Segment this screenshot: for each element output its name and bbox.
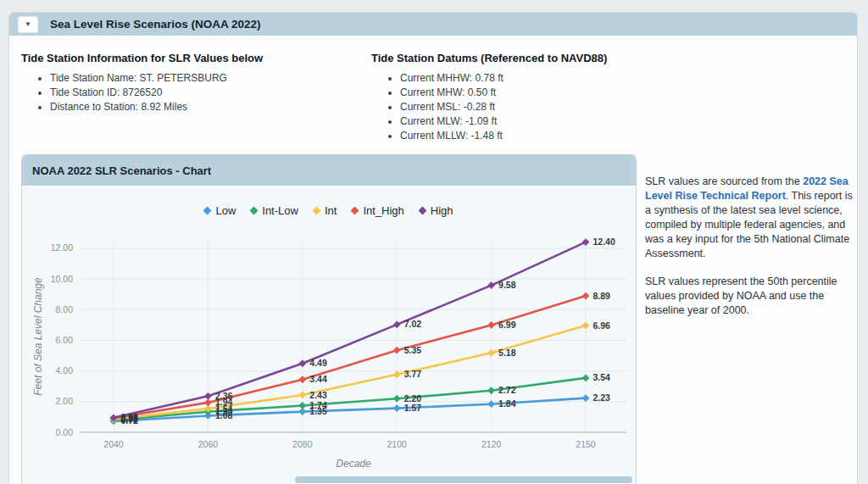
data-point-marker[interactable] xyxy=(487,281,495,289)
list-item: Current MSL: -0.28 ft xyxy=(400,102,845,113)
caret-down-icon: ▼ xyxy=(25,21,31,28)
collapse-button[interactable]: ▼ xyxy=(18,16,38,33)
tide-station-info-row: Tide Station Information for SLR Values … xyxy=(21,52,845,145)
svg-text:2120: 2120 xyxy=(481,439,502,449)
svg-text:8.00: 8.00 xyxy=(56,304,74,314)
data-point-marker[interactable] xyxy=(582,292,590,300)
svg-text:2.20: 2.20 xyxy=(404,393,422,403)
data-point-marker[interactable] xyxy=(393,321,401,329)
tide-station-info-list: Tide Station Name: ST. PETERSBURGTide St… xyxy=(21,73,371,113)
legend-label: Int xyxy=(325,204,337,217)
data-point-marker[interactable] xyxy=(582,238,590,246)
legend-label: Int_High xyxy=(363,204,403,217)
svg-text:2060: 2060 xyxy=(198,439,219,449)
data-point-marker[interactable] xyxy=(582,322,590,330)
legend-diamond-icon xyxy=(203,206,212,214)
svg-text:12.40: 12.40 xyxy=(593,236,615,247)
data-point-marker[interactable] xyxy=(487,349,495,357)
tide-station-datums-list: Current MHHW: 0.78 ftCurrent MHW: 0.50 f… xyxy=(371,73,845,142)
legend-item-int_high[interactable]: Int_High xyxy=(352,204,403,217)
svg-text:2.00: 2.00 xyxy=(56,396,74,406)
tide-station-info-heading: Tide Station Information for SLR Values … xyxy=(21,52,371,64)
data-point-marker[interactable] xyxy=(393,370,401,378)
chart-card-title: NOAA 2022 SLR Scenarios - Chart xyxy=(32,164,211,177)
svg-text:1.57: 1.57 xyxy=(404,403,422,413)
data-point-marker[interactable] xyxy=(582,375,590,382)
svg-text:10.00: 10.00 xyxy=(51,274,73,284)
svg-text:1.74: 1.74 xyxy=(309,400,327,410)
svg-text:4.00: 4.00 xyxy=(56,365,74,376)
svg-text:2150: 2150 xyxy=(576,439,596,449)
data-point-marker[interactable] xyxy=(487,321,495,329)
data-point-marker[interactable] xyxy=(582,394,590,402)
svg-text:2.23: 2.23 xyxy=(593,392,611,403)
svg-text:5.35: 5.35 xyxy=(404,345,422,355)
slr-scenarios-panel: ▼ Sea Level Rise Scenarios (NOAA 2022) T… xyxy=(8,12,858,484)
svg-text:Feet of Sea Level Change: Feet of Sea Level Change xyxy=(32,277,44,396)
tide-station-datums-section: Tide Station Datums (Referenced to NAVD8… xyxy=(371,52,845,145)
svg-text:2.43: 2.43 xyxy=(309,390,327,400)
legend-item-int-low[interactable]: Int-Low xyxy=(251,204,298,217)
data-point-marker[interactable] xyxy=(393,395,401,403)
svg-text:3.44: 3.44 xyxy=(309,374,327,384)
list-item: Current MHW: 0.50 ft xyxy=(400,87,845,98)
svg-text:2.72: 2.72 xyxy=(498,385,516,395)
list-item: Current MLW: -1.09 ft xyxy=(400,116,845,127)
legend-item-low[interactable]: Low xyxy=(204,204,236,217)
data-point-marker[interactable] xyxy=(204,392,212,400)
notes-paragraph-1: SLR values are sourced from the 2022 Sea… xyxy=(645,175,857,261)
svg-text:3.77: 3.77 xyxy=(404,369,422,379)
svg-text:1.84: 1.84 xyxy=(498,398,516,409)
page-background: ▼ Sea Level Rise Scenarios (NOAA 2022) T… xyxy=(0,0,868,484)
legend-label: Low xyxy=(215,204,236,217)
svg-text:6.96: 6.96 xyxy=(593,320,611,331)
slr-panel-header[interactable]: ▼ Sea Level Rise Scenarios (NOAA 2022) xyxy=(9,13,857,36)
legend-diamond-icon xyxy=(250,206,259,214)
list-item: Tide Station ID: 8726520 xyxy=(50,87,371,98)
legend-label: High xyxy=(431,204,453,217)
data-point-marker[interactable] xyxy=(393,347,401,354)
svg-text:3.54: 3.54 xyxy=(593,372,611,382)
tide-station-info-section: Tide Station Information for SLR Values … xyxy=(21,52,371,145)
legend-diamond-icon xyxy=(418,206,426,214)
svg-text:12.00: 12.00 xyxy=(51,242,73,253)
svg-text:6.00: 6.00 xyxy=(56,335,74,345)
svg-text:6.99: 6.99 xyxy=(498,320,516,330)
svg-text:4.49: 4.49 xyxy=(309,358,327,368)
data-point-marker[interactable] xyxy=(298,359,306,367)
chart-card-header: NOAA 2022 SLR Scenarios - Chart xyxy=(22,155,636,186)
svg-text:2100: 2100 xyxy=(387,439,408,449)
svg-text:7.02: 7.02 xyxy=(404,319,422,329)
legend-diamond-icon xyxy=(312,206,320,214)
panel-title: Sea Level Rise Scenarios (NOAA 2022) xyxy=(50,18,261,31)
legend-label: Int-Low xyxy=(262,204,298,217)
data-point-marker[interactable] xyxy=(298,392,306,399)
slr-notes: SLR values are sourced from the 2022 Sea… xyxy=(645,175,857,331)
list-item: Current MHHW: 0.78 ft xyxy=(400,73,845,84)
data-point-marker[interactable] xyxy=(393,404,401,412)
svg-text:0.00: 0.00 xyxy=(56,427,74,437)
tide-station-datums-heading: Tide Station Datums (Referenced to NAVD8… xyxy=(371,52,845,64)
horizontal-scrollbar-thumb[interactable] xyxy=(295,476,632,483)
list-item: Tide Station Name: ST. PETERSBURG xyxy=(50,73,371,84)
svg-text:8.89: 8.89 xyxy=(593,291,611,301)
svg-text:Decade: Decade xyxy=(336,458,371,470)
legend-item-high[interactable]: High xyxy=(420,204,453,217)
data-point-marker[interactable] xyxy=(298,402,306,409)
svg-text:9.58: 9.58 xyxy=(498,280,516,290)
legend-diamond-icon xyxy=(351,206,359,214)
notes-p1-prefix: SLR values are sourced from the xyxy=(645,175,803,187)
list-item: Current MLLW: -1.48 ft xyxy=(400,131,845,142)
svg-text:5.18: 5.18 xyxy=(498,348,516,358)
data-point-marker[interactable] xyxy=(298,376,306,383)
data-point-marker[interactable] xyxy=(204,398,212,406)
svg-text:2040: 2040 xyxy=(103,439,124,449)
chart-legend: LowInt-LowIntInt_HighHigh xyxy=(22,203,636,218)
slr-line-chart[interactable]: 0.002.004.006.008.0010.0012.002040206020… xyxy=(27,223,631,477)
notes-paragraph-2: SLR values represent the 50th percentile… xyxy=(645,275,857,318)
slr-chart-card: NOAA 2022 SLR Scenarios - Chart LowInt-L… xyxy=(21,154,637,484)
chart-card-body: LowInt-LowIntInt_HighHigh 0.002.004.006.… xyxy=(22,186,636,477)
data-point-marker[interactable] xyxy=(487,387,495,394)
svg-text:0.95: 0.95 xyxy=(121,412,139,422)
legend-item-int[interactable]: Int xyxy=(314,204,337,217)
